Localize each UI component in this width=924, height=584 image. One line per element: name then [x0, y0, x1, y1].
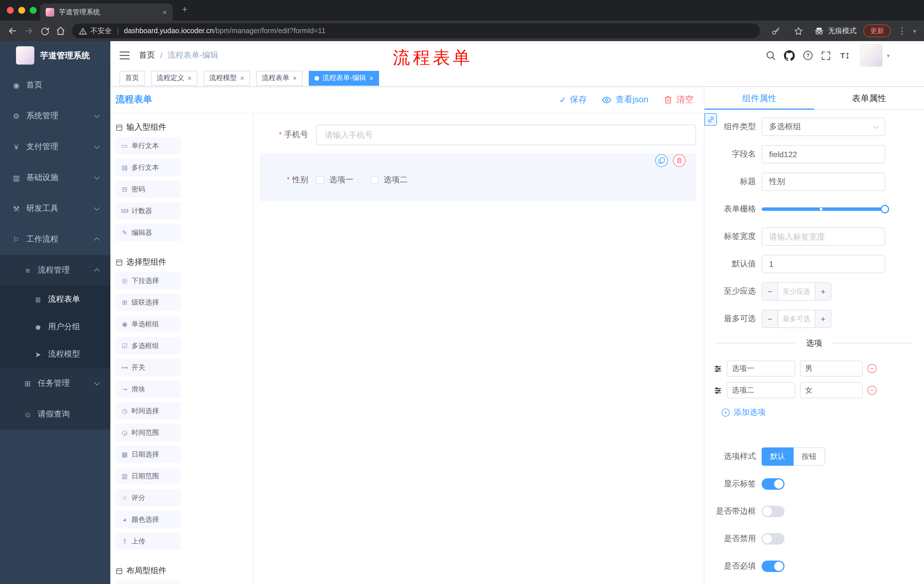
user-menu[interactable]: ▾ — [860, 44, 890, 67]
close-window-button[interactable] — [7, 7, 14, 14]
save-button[interactable]: ✓ 保存 — [559, 94, 587, 105]
forward-button[interactable] — [21, 23, 36, 39]
sidebar-item-dev-tools[interactable]: ⚒ 研发工具 — [0, 193, 111, 224]
sidebar-item-user-group[interactable]: ☻ 用户分组 — [0, 313, 111, 341]
close-icon[interactable]: × — [240, 74, 244, 82]
sidebar-item-process-model[interactable]: ➤ 流程模型 — [0, 341, 111, 368]
sidebar-item-task-management[interactable]: ⊞ 任务管理 — [0, 368, 111, 399]
browser-tab[interactable]: 芋道管理系统 × — [40, 3, 173, 21]
fullscreen-icon[interactable] — [821, 51, 831, 60]
sidebar-item-payment-management[interactable]: ¥ 支付管理 — [0, 132, 111, 162]
tag-process-model[interactable]: 流程模型 × — [203, 71, 250, 86]
drag-handle-icon[interactable] — [714, 364, 722, 373]
view-json-button[interactable]: 查看json — [602, 94, 648, 105]
help-icon[interactable]: ? — [803, 50, 813, 61]
breadcrumb-home[interactable]: 首页 — [139, 50, 155, 61]
sidebar-item-process-management[interactable]: ≡ 流程管理 — [0, 255, 111, 286]
decrease-button[interactable]: − — [762, 310, 778, 327]
add-option-button[interactable]: + 添加选项 — [722, 408, 924, 418]
palette-item-input[interactable]: ▭单行文本 — [116, 137, 181, 154]
sidebar-item-leave-query[interactable]: ☺ 请假查询 — [0, 399, 111, 430]
canvas-field-phone[interactable]: 手机号 — [260, 121, 696, 148]
home-button[interactable] — [53, 23, 69, 39]
option-name-input[interactable] — [727, 360, 795, 377]
minimize-window-button[interactable] — [18, 7, 25, 14]
sidebar-item-process-form[interactable]: ≣ 流程表单 — [0, 286, 111, 313]
palette-item-password[interactable]: ⊟密码 — [116, 181, 181, 198]
palette-item-counter[interactable]: 123计数器 — [116, 202, 181, 219]
palette-item-row-container[interactable]: ◫行容器 — [116, 581, 181, 584]
copy-field-button[interactable] — [655, 154, 668, 167]
github-icon[interactable] — [784, 50, 795, 61]
bookmark-star-icon[interactable] — [791, 23, 807, 39]
palette-item-date-picker[interactable]: ▦日期选择 — [116, 446, 181, 463]
palette-item-cascader[interactable]: ⊞级联选择 — [116, 294, 181, 311]
increase-button[interactable]: + — [815, 283, 831, 300]
style-button-button[interactable]: 按钮 — [794, 447, 825, 466]
palette-item-upload[interactable]: ⇧上传 — [116, 533, 181, 550]
delete-field-button[interactable] — [673, 154, 686, 167]
palette-item-select[interactable]: ◎下拉选择 — [116, 272, 181, 289]
close-icon[interactable]: × — [188, 74, 191, 82]
tag-process-definition[interactable]: 流程定义 × — [151, 71, 197, 86]
style-default-button[interactable]: 默认 — [762, 447, 794, 466]
back-button[interactable] — [5, 23, 21, 39]
grid-slider[interactable] — [762, 200, 885, 218]
tab-form-props[interactable]: 表单属性 — [814, 87, 924, 109]
palette-item-textarea[interactable]: ▤多行文本 — [116, 159, 181, 176]
decrease-button[interactable]: − — [762, 283, 778, 300]
window-controls[interactable] — [0, 7, 36, 14]
checkbox-option-1[interactable]: 选项一 — [316, 175, 353, 185]
default-value-input[interactable] — [762, 255, 885, 273]
tag-process-form[interactable]: 流程表单 × — [256, 71, 302, 86]
title-input[interactable] — [762, 173, 885, 191]
palette-item-rate[interactable]: ☆评分 — [116, 489, 181, 506]
palette-item-color-picker[interactable]: ◕颜色选择 — [116, 511, 181, 528]
font-size-icon[interactable]: T — [839, 51, 850, 60]
disabled-toggle[interactable] — [762, 533, 784, 545]
tab-component-props[interactable]: 组件属性 — [705, 87, 814, 109]
browser-menu-icon[interactable]: ⋮ — [898, 26, 906, 36]
component-type-select[interactable]: 多选框组 — [762, 118, 885, 136]
hamburger-icon[interactable] — [119, 51, 130, 60]
option-value-input[interactable] — [800, 360, 863, 377]
address-bar[interactable]: 不安全 | dashboard.yudao.iocoder.cn/bpm/man… — [72, 23, 760, 38]
min-select-value[interactable]: 至少应选 — [778, 283, 815, 300]
palette-item-radio-group[interactable]: ◉单选框组 — [116, 316, 181, 332]
checkbox-option-2[interactable]: 选项二 — [371, 175, 408, 185]
drag-handle-icon[interactable] — [714, 386, 722, 395]
sidebar-logo[interactable]: 芋道管理系统 — [0, 41, 111, 70]
tag-process-form-edit[interactable]: 流程表单-编辑 × — [309, 71, 379, 86]
form-canvas[interactable]: 手机号 — [253, 113, 704, 584]
palette-item-date-range[interactable]: ▥日期范围 — [116, 467, 181, 485]
key-icon[interactable] — [768, 23, 784, 39]
browser-caret-icon[interactable]: ▾ — [913, 28, 916, 34]
close-icon[interactable]: × — [293, 74, 297, 82]
required-toggle[interactable] — [762, 561, 784, 572]
search-icon[interactable] — [766, 50, 776, 61]
border-toggle[interactable] — [762, 506, 784, 517]
remove-option-button[interactable]: − — [867, 386, 876, 395]
maximize-window-button[interactable] — [30, 7, 36, 14]
label-width-input[interactable] — [762, 227, 885, 246]
sidebar-item-infrastructure[interactable]: ▥ 基础设施 — [0, 162, 111, 193]
option-name-input[interactable] — [727, 382, 795, 398]
palette-item-editor[interactable]: ✎编辑器 — [116, 224, 181, 241]
link-anchor-button[interactable] — [705, 113, 717, 126]
palette-item-time-range[interactable]: ◶时间范围 — [116, 424, 181, 441]
show-label-toggle[interactable] — [762, 478, 784, 490]
sidebar-item-workflow[interactable]: ⚐ 工作流程 — [0, 224, 111, 255]
close-icon[interactable]: × — [370, 74, 373, 82]
palette-item-switch[interactable]: ⊶开关 — [116, 359, 181, 376]
canvas-field-gender-selected[interactable]: 性别 选项一 选项二 — [260, 153, 696, 201]
slider-handle[interactable] — [881, 205, 889, 214]
option-value-input[interactable] — [800, 382, 863, 398]
sidebar-item-home[interactable]: ◉ 首页 — [0, 70, 111, 100]
tag-home[interactable]: 首页 — [119, 71, 145, 86]
max-select-value[interactable]: 最多可选 — [778, 310, 815, 327]
new-tab-button[interactable]: + — [182, 5, 188, 15]
increase-button[interactable]: + — [815, 310, 831, 327]
palette-item-slider[interactable]: ⊸滑块 — [116, 380, 181, 398]
remove-option-button[interactable]: − — [867, 364, 876, 373]
phone-input[interactable] — [316, 125, 696, 145]
